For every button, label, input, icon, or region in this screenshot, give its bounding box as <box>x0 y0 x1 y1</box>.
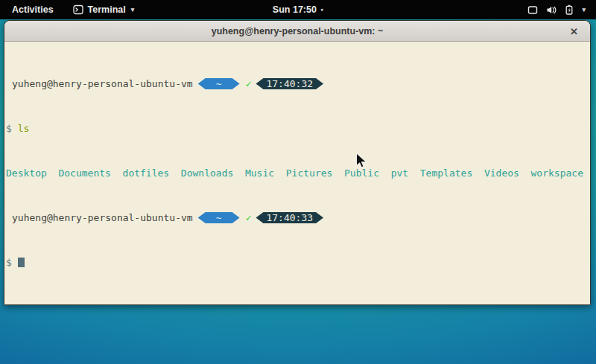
chevron-down-icon: ▾ <box>131 6 135 13</box>
mouse-pointer-icon <box>355 153 367 172</box>
system-status-menu[interactable]: ▾ <box>523 0 590 19</box>
prompt-status-check: ✓ <box>246 212 252 223</box>
prompt-user-host: yuheng@henry-personal-ubuntu-vm <box>6 78 193 89</box>
prompt-status-check: ✓ <box>246 78 252 89</box>
activities-button[interactable]: Activities <box>9 4 57 15</box>
network-icon <box>527 5 538 15</box>
directory-name: Desktop <box>6 167 47 179</box>
window-titlebar[interactable]: yuheng@henry-personal-ubuntu-vm: ~ ✕ <box>4 21 590 42</box>
directory-name: pvt <box>391 167 408 179</box>
clock-menu[interactable]: Sun 17:50 ● <box>273 0 323 19</box>
command-text: ls <box>18 123 30 134</box>
clock-label: Sun 17:50 <box>273 4 317 15</box>
ls-output: Desktop Documents dotfiles Downloads Mus… <box>6 167 589 179</box>
chevron-down-icon: ▾ <box>582 6 586 13</box>
prompt-time-segment: 17:40:32 <box>256 78 323 89</box>
text-cursor <box>18 258 25 267</box>
prompt-dollar: $ <box>6 123 12 134</box>
prompt-path-segment: ~ <box>198 78 240 89</box>
prompt-path-segment: ~ <box>198 212 240 223</box>
terminal-icon <box>73 4 83 15</box>
prompt-line: yuheng@henry-personal-ubuntu-vm ~ ✓ 17:4… <box>6 212 589 223</box>
directory-name: Documents <box>58 167 110 179</box>
gnome-top-bar: Activities Terminal ▾ Sun 17:50 ● <box>0 0 596 19</box>
directory-name: Downloads <box>181 167 233 179</box>
close-icon[interactable]: ✕ <box>568 25 580 37</box>
prompt-time-segment: 17:40:33 <box>256 212 323 223</box>
directory-name: Pictures <box>286 167 333 179</box>
directory-name: Templates <box>420 167 472 179</box>
directory-name: workspace <box>531 167 583 179</box>
directory-name: Music <box>245 167 274 179</box>
directory-name: Videos <box>484 167 519 179</box>
prompt-dollar: $ <box>6 257 12 268</box>
volume-icon <box>546 5 557 15</box>
window-title: yuheng@henry-personal-ubuntu-vm: ~ <box>212 26 384 36</box>
terminal-body[interactable]: yuheng@henry-personal-ubuntu-vm ~ ✓ 17:4… <box>4 42 590 304</box>
prompt-line: yuheng@henry-personal-ubuntu-vm ~ ✓ 17:4… <box>6 78 589 89</box>
app-menu-terminal[interactable]: Terminal ▾ <box>73 4 135 15</box>
command-line: $ ls <box>6 123 589 134</box>
prompt-user-host: yuheng@henry-personal-ubuntu-vm <box>6 212 193 223</box>
app-menu-label: Terminal <box>88 4 126 15</box>
directory-name: dotfiles <box>123 167 170 179</box>
input-line[interactable]: $ <box>6 257 589 268</box>
notification-dot: ● <box>320 0 323 19</box>
terminal-window: yuheng@henry-personal-ubuntu-vm: ~ ✕ yuh… <box>4 20 591 305</box>
battery-charging-icon <box>565 4 574 15</box>
